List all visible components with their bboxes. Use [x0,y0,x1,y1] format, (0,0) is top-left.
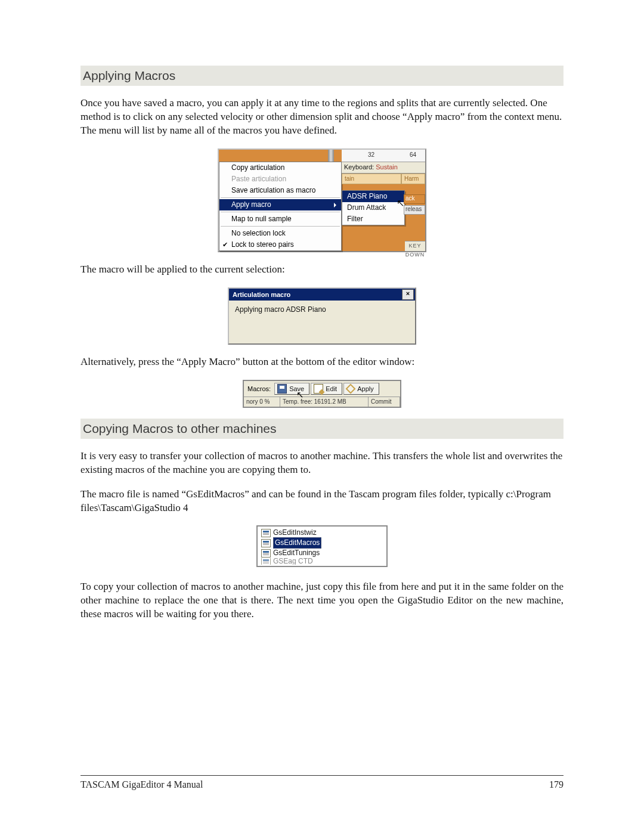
page-number: 179 [549,779,564,790]
status-bar: nory 0 % Temp. free: 16191.2 MB Commit [244,397,400,407]
close-button[interactable]: × [402,289,414,300]
context-menu: Copy articulation Paste articulation Sav… [219,162,342,251]
file-name: GSEag CTD [273,558,313,565]
key-down-label: KEY DOWN [405,241,425,251]
menu-separator [221,226,340,227]
cursor-icon: ↖ [296,389,304,400]
body-paragraph: Alternatively, press the “Apply Macro” b… [80,355,564,369]
menu-item-apply-macro[interactable]: Apply macro [219,199,341,210]
velocity-cell: tain [342,174,401,184]
footer-title: TASCAM GigaEditor 4 Manual [80,779,203,790]
file-name: GsEditTunings [273,548,320,558]
section-heading-copying-macros: Copying Macros to other machines [80,419,564,439]
file-icon [261,558,271,565]
status-memory: nory 0 % [244,397,280,407]
clipped-label: releas [404,205,425,215]
macro-save-button[interactable]: Save ↖ [274,383,309,395]
velocity-cell-harm: Harm [401,174,425,184]
body-paragraph: To copy your collection of macros to ano… [80,580,564,621]
file-row-selected[interactable]: GsEditMacros [258,538,386,548]
menu-item-label: Lock to stereo pairs [231,240,294,249]
dialog-titlebar: Articulation macro × [229,289,415,301]
tick-label: 64 [410,151,416,158]
figure-file-explorer-list: GsEditInstwiz GsEditMacros GsEditTunings… [80,525,564,569]
menu-separator [221,197,340,198]
menu-item-save-articulation-as-macro[interactable]: Save articulation as macro [219,185,341,196]
keyboard-label-row: Keyboard: Sustain [342,162,425,174]
submenu-item-drum-attack[interactable]: Drum Attack [342,202,404,213]
macro-apply-button[interactable]: Apply [343,383,379,395]
manual-page: Applying Macros Once you have saved a ma… [0,0,644,833]
figure-progress-dialog: Articulation macro × Applying macro ADSR… [80,287,564,345]
tick-label: 32 [368,151,374,158]
dialog-body: Applying macro ADSR Piano [229,301,415,343]
file-row[interactable]: GSEag CTD [258,558,386,565]
body-paragraph: Once you have saved a macro, you can app… [80,97,564,138]
menu-item-label: Apply macro [231,200,271,209]
menu-item-lock-to-stereo-pairs[interactable]: ✔ Lock to stereo pairs [219,239,341,250]
file-row[interactable]: GsEditTunings [258,548,386,558]
submenu-arrow-icon [334,203,336,208]
velocity-row: tain Harm [342,174,425,184]
status-commit: Commit [369,397,400,407]
checkmark-icon: ✔ [222,241,228,249]
body-paragraph: The macro file is named “GsEditMacros” a… [80,488,564,515]
body-paragraph: The macro will be applied to the current… [80,263,564,277]
body-paragraph: It is very easy to transfer your collect… [80,450,564,477]
menu-item-paste-articulation: Paste articulation [219,174,341,185]
page-footer: TASCAM GigaEditor 4 Manual 179 [80,775,564,790]
macro-edit-button[interactable]: Edit [311,383,342,395]
sustain-label: Sustain [376,163,398,171]
submenu-item-adsr-piano[interactable]: ADSR Piano [342,191,404,202]
keyboard-label: Keyboard: [344,163,374,171]
button-label: Apply [357,385,374,392]
file-name: GsEditMacros [273,537,321,549]
file-name: GsEditInstwiz [273,528,317,538]
ruler: 32 64 [342,150,425,162]
dialog-message: Applying macro ADSR Piano [235,305,326,314]
file-icon [261,549,271,558]
menu-item-no-selection-lock[interactable]: No selection lock [219,228,341,239]
menu-separator [221,212,340,212]
dialog-title: Articulation macro [233,291,290,298]
submenu-item-filter[interactable]: Filter [342,213,404,225]
menu-item-map-to-null-sample[interactable]: Map to null sample [219,213,341,225]
macros-label: Macros: [247,385,271,392]
button-label: Edit [326,385,337,392]
file-icon [261,529,271,537]
right-clipped-panel: ack releas [404,194,425,216]
figure-context-menu: Copy articulation Paste articulation Sav… [80,148,564,252]
apply-icon [346,385,355,393]
file-icon [261,539,271,547]
apply-macro-submenu: ADSR Piano Drum Attack Filter [342,190,405,225]
status-temp-free: Temp. free: 16191.2 MB [280,397,369,407]
edit-icon [314,384,323,394]
file-row[interactable]: GsEditInstwiz [258,528,386,538]
save-icon [277,384,287,394]
section-heading-applying-macros: Applying Macros [80,66,564,86]
figure-macro-toolbar: Macros: Save ↖ Edit Apply nory 0 % Temp.… [80,380,564,408]
clipped-label: ack [404,194,425,204]
menu-item-copy-articulation[interactable]: Copy articulation [219,162,341,174]
